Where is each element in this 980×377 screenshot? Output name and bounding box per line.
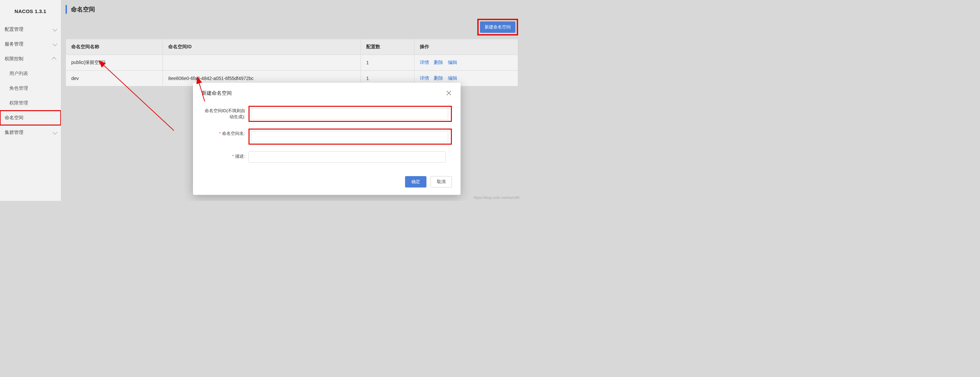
app-logo: NACOS 1.3.1: [0, 0, 61, 22]
sidebar-item-config[interactable]: 配置管理: [0, 22, 61, 37]
page-title-bar: [65, 5, 67, 14]
sidebar-item-roles[interactable]: 角色管理: [0, 81, 61, 96]
cell-ops: 详情 删除 编辑: [414, 55, 518, 71]
cell-name: public(保留空间): [66, 55, 163, 71]
chevron-down-icon: [52, 27, 57, 32]
sidebar-item-label: 配置管理: [5, 26, 24, 32]
cell-count: 1: [361, 55, 414, 71]
sidebar: NACOS 1.3.1 配置管理 服务管理 权限控制 用户列表 角色管理 权限管…: [0, 0, 61, 201]
col-header-count: 配置数: [361, 39, 414, 55]
delete-link[interactable]: 删除: [434, 60, 443, 65]
sidebar-item-label: 服务管理: [5, 41, 24, 47]
form-row-desc: *描述:: [202, 151, 452, 163]
form-row-ns-id: 命名空间ID(不填则自动生成):: [202, 106, 452, 122]
chevron-down-icon: [52, 130, 57, 134]
sidebar-item-users[interactable]: 用户列表: [0, 66, 61, 81]
chevron-up-icon: [52, 57, 57, 62]
page-header: 命名空间: [65, 3, 518, 16]
app-root: NACOS 1.3.1 配置管理 服务管理 权限控制 用户列表 角色管理 权限管…: [0, 0, 523, 201]
table-header-row: 命名空间名称 命名空间ID 配置数 操作: [66, 39, 518, 55]
sidebar-item-permission[interactable]: 权限控制: [0, 51, 61, 66]
cancel-button[interactable]: 取消: [431, 176, 452, 187]
desc-input[interactable]: [248, 151, 446, 163]
edit-link[interactable]: 编辑: [448, 75, 457, 81]
detail-link[interactable]: 详情: [420, 60, 429, 65]
sidebar-item-label: 用户列表: [10, 71, 28, 77]
create-namespace-modal: 新建命名空间 命名空间ID(不填则自动生成): *命名空间名: *: [193, 83, 461, 195]
modal-footer: 确定 取消: [202, 176, 452, 187]
sidebar-item-label: 集群管理: [5, 129, 24, 136]
watermark: https://blog.csdn.net/karin99: [473, 195, 519, 200]
sidebar-item-namespace[interactable]: 命名空间: [0, 110, 61, 125]
label-ns-name: *命名空间名:: [202, 129, 248, 137]
sidebar-item-service[interactable]: 服务管理: [0, 37, 61, 51]
modal-title: 新建命名空间: [202, 90, 232, 96]
sidebar-item-label: 角色管理: [10, 85, 28, 91]
chevron-down-icon: [52, 42, 57, 46]
sidebar-item-label: 命名空间: [5, 115, 24, 121]
sidebar-item-perms[interactable]: 权限管理: [0, 96, 61, 110]
close-icon[interactable]: [446, 90, 452, 96]
ok-button[interactable]: 确定: [405, 176, 426, 187]
create-namespace-button[interactable]: 新建命名空间: [480, 21, 515, 33]
delete-link[interactable]: 删除: [434, 75, 443, 81]
sidebar-item-label: 权限管理: [10, 100, 28, 106]
sidebar-item-cluster[interactable]: 集群管理: [0, 125, 61, 140]
cell-id: [163, 55, 361, 71]
required-asterisk: *: [232, 154, 234, 159]
col-header-id: 命名空间ID: [163, 39, 361, 55]
toolbar: 新建命名空间: [65, 19, 518, 35]
label-ns-id: 命名空间ID(不填则自动生成):: [202, 106, 248, 120]
label-desc: *描述:: [202, 151, 248, 160]
col-header-name: 命名空间名称: [66, 39, 163, 55]
sidebar-item-label: 权限控制: [5, 56, 24, 62]
form-row-ns-name: *命名空间名:: [202, 129, 452, 145]
ns-name-input[interactable]: [251, 131, 448, 142]
modal-header: 新建命名空间: [202, 90, 452, 96]
highlight-box: 新建命名空间: [477, 19, 518, 35]
col-header-ops: 操作: [414, 39, 518, 55]
cell-name: dev: [66, 71, 163, 86]
detail-link[interactable]: 详情: [420, 75, 429, 81]
edit-link[interactable]: 编辑: [448, 60, 457, 65]
main-area: 命名空间 新建命名空间 命名空间名称 命名空间ID 配置数 操作 pu: [61, 0, 523, 201]
table-row: public(保留空间) 1 详情 删除 编辑: [66, 55, 518, 71]
page-title: 命名空间: [71, 5, 95, 13]
namespace-table: 命名空间名称 命名空间ID 配置数 操作 public(保留空间) 1 详情 删…: [65, 39, 518, 86]
ns-id-input[interactable]: [251, 108, 448, 120]
required-asterisk: *: [219, 131, 221, 136]
